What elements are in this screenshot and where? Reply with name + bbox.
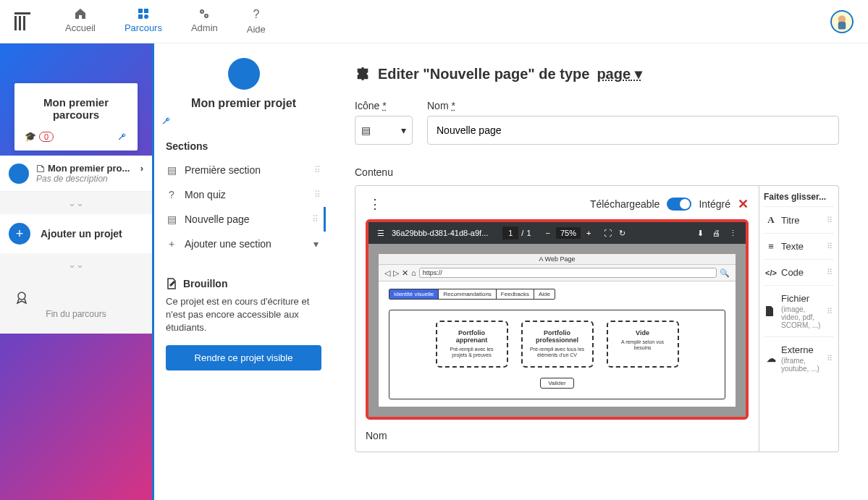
mockup-browser-bar: ◁ ▷ ✕ ⌂ https:// 🔍 (379, 265, 736, 281)
puzzle-nav-icon (138, 8, 149, 20)
svg-rect-2 (138, 14, 143, 19)
print-icon[interactable]: 🖨 (712, 229, 720, 238)
project-title: Mon premier projet (161, 97, 326, 110)
nav-label: Accueil (65, 22, 96, 33)
book-icon: ▤ (361, 124, 371, 136)
section-label: Première section (185, 164, 307, 176)
downloadable-toggle[interactable] (667, 198, 691, 211)
widget-label: Titre (781, 215, 800, 226)
drag-handle-icon: ⠿ (827, 242, 833, 251)
puzzle-icon (355, 66, 371, 82)
zoom-in-icon[interactable]: + (586, 229, 591, 237)
mockup-title: A Web Page (379, 254, 736, 265)
project-sidebar: Mon premier projet Sections ▤ Première s… (152, 43, 333, 500)
drag-handle-icon: ⠿ (827, 216, 833, 225)
widgets-panel: Faites glisser... A Titre ⠿ ≡ Texte ⠿ </… (759, 185, 839, 452)
content-menu-icon[interactable]: ⋮ (366, 196, 384, 212)
drag-handle-icon[interactable]: ⠿ (314, 190, 321, 200)
project-big-circle (228, 58, 260, 90)
name-label: Nom * (427, 100, 839, 111)
edit-project-icon[interactable] (161, 116, 326, 126)
pdf-page-sep: / (521, 229, 523, 237)
question-icon: ? (253, 8, 259, 21)
pdf-more-icon[interactable]: ⋮ (729, 229, 737, 238)
widget-label: Fichier (781, 293, 809, 304)
top-navbar: Accueil Parcours Admin ? Aide (0, 0, 868, 43)
icon-label: Icône * (355, 100, 413, 111)
brouillon-title: Brouillon (183, 278, 227, 289)
app-logo[interactable] (14, 11, 36, 33)
widget-label: Code (781, 267, 804, 278)
widget-code[interactable]: </> Code ⠿ (764, 259, 834, 285)
svg-point-8 (18, 292, 25, 300)
add-section-button[interactable]: + Ajouter une section ▾ (161, 232, 326, 256)
remove-content-icon[interactable]: ✕ (738, 196, 749, 212)
pdf-filename: 36a29bbb-d381-41d8-a9f... (392, 229, 488, 237)
sections-header: Sections (161, 140, 326, 152)
widget-externe[interactable]: ☁ Externe (iframe, youtube, ...) ⠿ (764, 336, 834, 380)
widget-titre[interactable]: A Titre ⠿ (764, 206, 834, 233)
drag-handle-icon: ⠿ (827, 307, 833, 316)
parcours-sidebar: Mon premier parcours 🎓 0 (0, 43, 152, 500)
nav-accueil[interactable]: Accueil (65, 8, 96, 35)
make-visible-button[interactable]: Rendre ce projet visible (166, 345, 321, 370)
close-icon: ✕ (402, 268, 408, 278)
mockup-card: Vide A remplir selon vos besoins (607, 321, 679, 368)
user-avatar[interactable] (830, 10, 854, 33)
section-label: Nouvelle page (185, 213, 305, 225)
widget-texte[interactable]: ≡ Texte ⠿ (764, 233, 834, 259)
download-icon[interactable]: ⬇ (697, 229, 704, 238)
mockup-tab: Aide (534, 289, 555, 299)
grad-badge[interactable]: 🎓 0 (25, 131, 54, 142)
drag-handle-icon[interactable]: ⠿ (312, 214, 319, 224)
widget-sublabel: (image, video, pdf, SCORM, ...) (781, 305, 822, 329)
wrench-icon[interactable] (117, 132, 127, 142)
editor-heading: Editer "Nouvelle page" de type page ▾ (355, 65, 839, 82)
project-color-circle (9, 164, 29, 184)
pdf-page-input[interactable] (502, 226, 518, 240)
add-project-button[interactable]: + Ajouter un projet (0, 214, 152, 253)
svg-point-3 (144, 14, 148, 19)
nav-admin[interactable]: Admin (191, 8, 218, 35)
plus-icon: + (166, 238, 177, 250)
nav-aide[interactable]: ? Aide (247, 8, 266, 35)
widget-label: Texte (781, 241, 804, 252)
code-icon: </> (765, 268, 777, 277)
icon-select[interactable]: ▤ ▾ (355, 116, 413, 145)
parcours-card[interactable]: Mon premier parcours 🎓 0 (14, 83, 138, 151)
expand-chevrons2-icon[interactable]: ⌄⌄ (0, 253, 152, 276)
nav-parcours[interactable]: Parcours (125, 8, 162, 35)
section-item[interactable]: ▤ Première section ⠿ (161, 158, 326, 182)
pdf-toolbar: ☰ 36a29bbb-d381-41d8-a9f... / 1 − 75% + (368, 222, 746, 244)
widget-sublabel: (iframe, youtube, ...) (781, 357, 822, 373)
page-type-selector[interactable]: page ▾ (597, 65, 641, 82)
nav-label: Aide (247, 24, 266, 35)
downloadable-label: Téléchargeable (590, 198, 660, 210)
title-icon: A (765, 214, 777, 226)
section-item[interactable]: ? Mon quiz ⠿ (161, 182, 326, 207)
project-list-item[interactable]: Mon premier pro... › Pas de description (0, 156, 152, 192)
expand-chevrons-icon[interactable]: ⌄⌄ (0, 192, 152, 214)
mockup-validate-button: Valider (540, 378, 573, 389)
integre-label: Intégré (699, 198, 730, 210)
section-item-active[interactable]: ▤ Nouvelle page ⠿ (161, 207, 326, 232)
svg-point-6 (201, 11, 203, 12)
contenu-label: Contenu (355, 166, 839, 178)
section-label: Mon quiz (185, 189, 307, 200)
drag-handle-icon[interactable]: ⠿ (314, 165, 321, 175)
draft-doc-icon (166, 278, 177, 289)
award-icon (14, 290, 138, 305)
parcours-title: Mon premier parcours (25, 96, 127, 121)
cloud-icon: ☁ (765, 353, 777, 364)
brouillon-text: Ce projet est en cours d'écriture et n'e… (166, 295, 321, 335)
pdf-menu-icon[interactable]: ☰ (377, 229, 384, 238)
zoom-out-icon[interactable]: − (546, 229, 550, 237)
mockup-card: Portfolio apprenant Pré-rempli avec les … (436, 321, 508, 368)
pdf-zoom-value: 75% (556, 227, 581, 239)
widget-fichier[interactable]: Fichier (image, video, pdf, SCORM, ...) … (764, 285, 834, 336)
pdf-fit-icon[interactable]: ⛶ (604, 229, 612, 237)
nav-label: Admin (191, 22, 218, 33)
widget-label: Externe (781, 344, 814, 355)
pdf-rotate-icon[interactable]: ↻ (619, 229, 625, 238)
page-name-input[interactable] (427, 116, 839, 145)
